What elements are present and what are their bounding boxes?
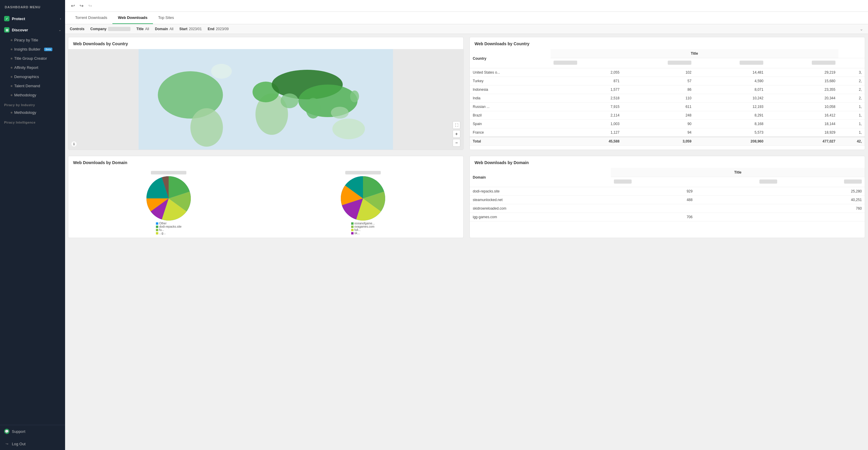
table-row: France 1,127 94 5,573 18,929 1,	[470, 128, 865, 137]
domain-cell: skidrowreloaded.com	[470, 204, 611, 213]
table-row: steamunlocked.net 488 40,251	[470, 196, 865, 204]
col1-cell: 7,915	[551, 103, 622, 111]
sidebar-item-piracy-by-title[interactable]: Piracy by Title	[0, 35, 65, 45]
total-cell: 1,	[838, 103, 865, 111]
sidebar-methodology-industry-label: Methodology	[14, 110, 36, 115]
map-card-title: Web Downloads by Country	[68, 37, 463, 49]
domain-pie-title: Web Downloads by Domain	[68, 156, 463, 168]
sidebar-item-support[interactable]: 💬 Support	[0, 425, 65, 438]
sidebar-item-insights-builder[interactable]: Insights Builder Beta	[0, 45, 65, 54]
table-row: dodi-repacks.site 929 25,280	[470, 187, 865, 196]
country-cell: India	[470, 94, 551, 103]
pie2-label	[345, 171, 381, 174]
svg-point-11	[331, 107, 349, 119]
discover-chevron-icon: ⌄	[59, 28, 61, 32]
col4-cell: 10,058	[766, 103, 838, 111]
col2-cell: 110	[622, 94, 694, 103]
svg-point-10	[306, 98, 321, 119]
start-label: Start	[179, 27, 187, 31]
tab-torrent-downloads[interactable]: Torrent Downloads	[70, 12, 113, 24]
toolbar: ↩ ↪ ↬	[65, 0, 868, 12]
row-country: Web Downloads by Country	[65, 34, 868, 153]
domain-col3-cell: 40,251	[780, 196, 865, 204]
domain-table-card: Web Downloads by Domain Domain Title	[469, 156, 865, 238]
sidebar-item-demographics[interactable]: Demographics	[0, 72, 65, 81]
domain-col3-cell: 25,280	[780, 187, 865, 196]
tab-top-sites[interactable]: Top Sites	[153, 12, 179, 24]
col3-cell: 12,193	[694, 103, 766, 111]
col4-header	[766, 58, 838, 68]
domain-cell: dodi-repacks.site	[470, 187, 611, 196]
sidebar-item-title-group-creator[interactable]: Title Group Creator	[0, 54, 65, 63]
col1-cell: 2,518	[551, 94, 622, 103]
svg-point-6	[190, 108, 223, 147]
sidebar-item-methodology-industry[interactable]: Methodology	[0, 108, 65, 117]
col4-cell: 18,144	[766, 120, 838, 128]
pie-container: Other dodi-repacks.site fu...	[68, 168, 463, 238]
sidebar-item-discover[interactable]: ▤ Discover ⌄	[0, 24, 65, 35]
total-cell: 2,	[838, 86, 865, 94]
map-info-icon[interactable]: ℹ	[71, 141, 76, 147]
sidebar-bottom: 💬 Support ↪ Log Out	[0, 425, 65, 450]
filter-start[interactable]: Start 2023/01	[179, 27, 202, 31]
filters-chevron-icon[interactable]: ⌄	[860, 27, 863, 31]
total-col3: 208,960	[694, 137, 766, 146]
domain-col1-cell: 706	[611, 213, 695, 221]
sidebar-title: DASHBOARD MENU	[0, 0, 65, 13]
sidebar-item-logout[interactable]: ↪ Log Out	[0, 438, 65, 450]
filter-title[interactable]: Title All	[136, 27, 149, 31]
col2-cell: 94	[622, 128, 694, 137]
filter-domain[interactable]: Domain All	[155, 27, 173, 31]
domain-table-title: Web Downloads by Domain	[470, 156, 865, 168]
col1-cell: 1,577	[551, 86, 622, 94]
map-zoom-out-button[interactable]: −	[453, 139, 460, 147]
domain-col1-header	[611, 177, 695, 187]
table-row: skidrowreloaded.com 760	[470, 204, 865, 213]
pie2-wrap: oceanofgame... ovagames.com full...	[268, 171, 459, 235]
filter-controls[interactable]: Controls	[70, 27, 84, 31]
domain-col2-cell	[695, 187, 780, 196]
col4-cell: 29,219	[766, 68, 838, 77]
forward-button[interactable]: ↬	[87, 2, 93, 9]
domain-title-group-header: Title	[611, 168, 865, 177]
dot-icon	[11, 94, 12, 96]
main-content: ↩ ↪ ↬ Torrent Downloads Web Downloads To…	[65, 0, 868, 450]
domain-label: Domain	[155, 27, 168, 31]
country-table-body: United States o... 2,055 102 14,481 29,2…	[470, 68, 865, 146]
map-zoom-in-button[interactable]: +	[453, 130, 460, 138]
total-cell: 2,	[838, 94, 865, 103]
filter-end[interactable]: End 2023/09	[208, 27, 229, 31]
country-cell: Indonesia	[470, 86, 551, 94]
col3-cell: 8,291	[694, 111, 766, 120]
tab-web-downloads[interactable]: Web Downloads	[113, 12, 153, 24]
dot-icon	[11, 49, 12, 50]
title-value: All	[145, 27, 149, 31]
end-label: End	[208, 27, 215, 31]
map-card: Web Downloads by Country	[68, 37, 464, 150]
sidebar-demographics-label: Demographics	[14, 74, 39, 79]
sidebar-item-protect[interactable]: ✓ Protect ›	[0, 13, 65, 24]
support-icon: 💬	[4, 429, 9, 434]
protect-chevron-icon: ›	[60, 17, 61, 21]
col1-cell: 2,114	[551, 111, 622, 120]
domain-col2-header	[695, 177, 780, 187]
total-header	[838, 58, 865, 68]
filter-company[interactable]: Company ████████	[90, 27, 130, 31]
table-row: Turkey 871 57 4,590 15,680 2,	[470, 77, 865, 86]
col4-cell: 20,344	[766, 94, 838, 103]
redo-button[interactable]: ↪	[79, 2, 85, 9]
content-area: Web Downloads by Country	[65, 34, 868, 450]
sidebar-item-methodology[interactable]: Methodology	[0, 91, 65, 100]
sidebar-item-affinity-report[interactable]: Affinity Report	[0, 63, 65, 72]
map-fullscreen-button[interactable]: ⛶	[453, 121, 460, 129]
undo-button[interactable]: ↩	[70, 2, 76, 9]
country-table-card: Web Downloads by Country Country Title	[469, 37, 865, 150]
country-col-header: Country	[470, 49, 551, 68]
country-cell: United States o...	[470, 68, 551, 77]
col3-header	[694, 58, 766, 68]
col1-cell: 1,003	[551, 120, 622, 128]
sidebar-protect-label: Protect	[12, 17, 25, 21]
country-cell: Turkey	[470, 77, 551, 86]
sidebar-group-piracy-intelligence: Piracy Intelligence	[0, 117, 65, 125]
sidebar-item-talent-demand[interactable]: Talent Demand	[0, 81, 65, 91]
